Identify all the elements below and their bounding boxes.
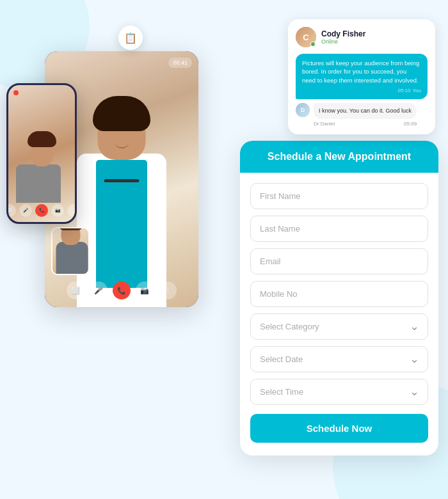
hair [93, 96, 150, 131]
reply-time: 05:09 [404, 121, 417, 127]
online-indicator [310, 42, 316, 47]
video-ctrl-end[interactable]: 📞 [113, 281, 131, 299]
main-container: 06:41 ⬜ 🎤 📞 📷 ⋮ [0, 0, 448, 499]
pip-patient [56, 227, 85, 274]
pip-bg [52, 228, 88, 274]
category-select[interactable]: Select Category [250, 313, 428, 340]
chat-user-info: Cody Fisher Online [321, 29, 365, 45]
form-title: Schedule a New Appointment [268, 151, 411, 162]
video-ctrl-camera[interactable]: 📷 [136, 281, 154, 299]
left-media-section: 06:41 ⬜ 🎤 📞 📷 ⋮ [6, 19, 224, 454]
phone-ctrl-more[interactable]: ⋮ [67, 204, 77, 217]
video-controls: ⬜ 🎤 📞 📷 ⋮ [67, 281, 177, 299]
stethoscope [104, 179, 140, 182]
msg1-sender: You [413, 87, 422, 94]
floating-document-icon: 📋 [118, 26, 143, 50]
chat-message-2: I know you. You can do it. Good luck [314, 103, 417, 119]
chat-message-1: Pictures will keep your audience from be… [296, 54, 428, 99]
smile [115, 142, 129, 148]
msg1-time: 05:10 [397, 87, 410, 94]
chat-card: C Cody Fisher Online Pictures will keep … [288, 19, 435, 134]
document-icon: 📋 [124, 32, 137, 44]
recording-indicator [13, 90, 19, 95]
time-select-wrapper: Select Time [250, 379, 428, 405]
form-header: Schedule a New Appointment [240, 141, 438, 173]
phone-inner: ⬜ 🎤 📞 📷 ⋮ [8, 85, 75, 222]
chat-user-name: Cody Fisher [321, 29, 365, 38]
first-name-input[interactable] [250, 183, 428, 209]
phone-ctrl-mic[interactable]: 🎤 [19, 204, 32, 217]
video-ctrl-screen[interactable]: ⬜ [67, 281, 84, 299]
appointment-form-card: Schedule a New Appointment Select Catego… [240, 141, 438, 455]
phone-mockup: ⬜ 🎤 📞 📷 ⋮ [6, 83, 77, 224]
phone-patient [16, 138, 67, 203]
date-select-wrapper: Select Date [250, 346, 428, 372]
time-select[interactable]: Select Time [250, 379, 428, 405]
schedule-button[interactable]: Schedule Now [250, 414, 428, 443]
chat-message-1-text: Pictures will keep your audience from be… [302, 59, 419, 84]
chat-message-2-text: I know you. You can do it. Good luck [319, 107, 412, 114]
category-select-wrapper: Select Category [250, 313, 428, 340]
phone-controls: ⬜ 🎤 📞 📷 ⋮ [6, 204, 77, 217]
phone-ctrl-end[interactable]: 📞 [35, 204, 48, 217]
reply-avatar: D [296, 103, 310, 117]
pip-preview [51, 227, 90, 275]
reply-sender: Dr Daniel [314, 121, 335, 127]
form-body: Select Category Select Date Select Time … [240, 173, 438, 455]
phone-ctrl-screen[interactable]: ⬜ [6, 204, 16, 217]
reply-content: I know you. You can do it. Good luck Dr … [314, 103, 417, 127]
chat-reply-row: D I know you. You can do it. Good luck D… [296, 103, 428, 127]
chat-avatar: C [296, 27, 316, 47]
date-select[interactable]: Select Date [250, 346, 428, 372]
phone-ctrl-camera[interactable]: 📷 [51, 204, 64, 217]
chat-header: C Cody Fisher Online [296, 27, 428, 47]
last-name-input[interactable] [250, 216, 428, 242]
call-timer: 06:41 [168, 58, 192, 68]
chat-user-status: Online [321, 38, 365, 45]
chat-message-1-meta: 05:10 You [302, 87, 421, 94]
video-ctrl-more[interactable]: ⋮ [159, 281, 177, 299]
video-ctrl-mic[interactable]: 🎤 [90, 281, 108, 299]
mobile-input[interactable] [250, 281, 428, 307]
reply-footer: Dr Daniel 05:09 [314, 121, 417, 127]
email-input[interactable] [250, 248, 428, 274]
